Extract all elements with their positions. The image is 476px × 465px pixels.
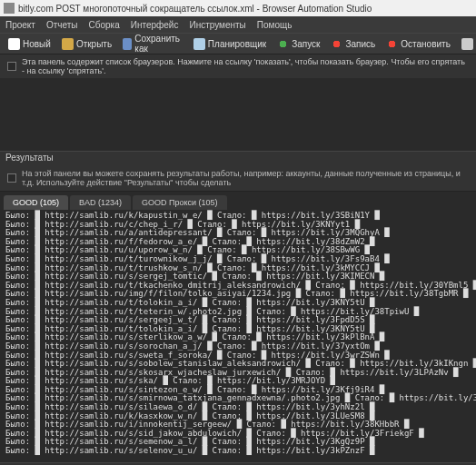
log-line[interactable]: Было: █ http://samlib.ru/s/selenov_u_u/ … bbox=[5, 447, 471, 456]
save-as-button[interactable]: Сохранить как bbox=[118, 32, 187, 55]
menu-interface[interactable]: Интерфейс bbox=[131, 20, 179, 30]
results-log[interactable]: Было: █ http://samlib.ru/k/kapustin_w_e/… bbox=[0, 210, 476, 462]
floppy-disk-icon bbox=[123, 38, 132, 50]
menu-reports[interactable]: Отчеты bbox=[46, 20, 78, 30]
folder-open-icon bbox=[62, 38, 74, 50]
play-icon bbox=[277, 38, 289, 50]
toolbar: Новый Открыть Сохранить как Планировщик … bbox=[0, 33, 476, 54]
stop-button[interactable]: Остановить bbox=[382, 36, 455, 52]
tab-good-proxy[interactable]: GOOD Прокси (105) bbox=[133, 195, 227, 210]
browser-panel-info: Эта панель содержит список браузеров. На… bbox=[0, 54, 476, 78]
titlebar: bitly.com POST многопоточный сокращатель… bbox=[0, 0, 476, 16]
results-description: На этой панели вы можете сохранять резул… bbox=[0, 165, 476, 192]
results-tabs: GOOD (105) BAD (1234) GOOD Прокси (105) bbox=[0, 192, 476, 210]
scheduler-button[interactable]: Планировщик bbox=[189, 36, 271, 52]
window-title: bitly.com POST многопоточный сокращатель… bbox=[18, 4, 372, 14]
record-button[interactable]: Запись bbox=[326, 36, 380, 52]
info-checkbox[interactable] bbox=[7, 62, 16, 71]
results-checkbox[interactable] bbox=[7, 173, 16, 183]
menubar: Проект Отчеты Сборка Интерфейс Инструмен… bbox=[0, 16, 476, 33]
tab-bad[interactable]: BAD (1234) bbox=[70, 195, 131, 210]
app-icon bbox=[4, 3, 15, 14]
record-icon bbox=[331, 38, 342, 50]
info-text: Эта панель содержит список браузеров. На… bbox=[22, 57, 469, 75]
compile-button[interactable]: Скомпилировать bbox=[457, 36, 476, 52]
open-button[interactable]: Открыть bbox=[57, 36, 116, 52]
menu-tools[interactable]: Инструменты bbox=[189, 20, 245, 30]
new-button[interactable]: Новый bbox=[4, 36, 55, 52]
browser-list-area bbox=[0, 78, 476, 151]
menu-project[interactable]: Проект bbox=[5, 20, 35, 30]
run-button[interactable]: Запуск bbox=[273, 36, 324, 52]
menu-build[interactable]: Сборка bbox=[89, 20, 120, 30]
calendar-icon bbox=[193, 38, 205, 50]
stop-icon bbox=[386, 38, 398, 50]
gear-icon bbox=[461, 38, 473, 50]
results-header: Результаты bbox=[0, 151, 476, 165]
tab-good[interactable]: GOOD (105) bbox=[4, 195, 68, 210]
new-file-icon bbox=[8, 38, 20, 50]
menu-help[interactable]: Помощь bbox=[257, 20, 293, 30]
